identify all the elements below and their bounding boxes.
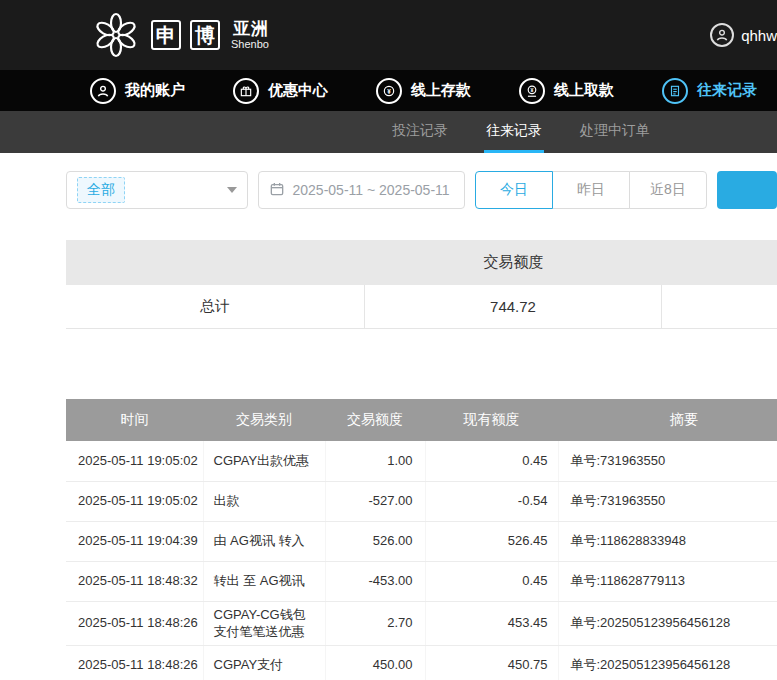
user-account-button[interactable]: qhhw [710,23,777,47]
yesterday-button[interactable]: 昨日 [552,171,630,209]
logo-brand-en: Shenbo [231,38,269,51]
cell-balance: -0.54 [425,481,558,521]
cell-time: 2025-05-11 18:48:26 [66,601,203,645]
records-header-row: 时间 交易类别 交易额度 现有额度 摘要 [66,399,777,441]
table-row: 2025-05-11 19:05:02 CGPAY出款优惠 1.00 0.45 … [66,441,777,481]
nav-item-records[interactable]: 往来记录 [662,78,757,104]
cell-amount: -453.00 [325,561,425,601]
nav-item-my-account[interactable]: 我的账户 [90,78,185,104]
cell-time: 2025-05-11 19:04:39 [66,521,203,561]
svg-text:¥: ¥ [387,87,391,94]
cell-summary: 单号:202505123956456128 [558,601,777,645]
cell-summary: 单号:731963550 [558,441,777,481]
table-row: 2025-05-11 18:48:32 转出 至 AG视讯 -453.00 0.… [66,561,777,601]
nav-item-promotions[interactable]: 优惠中心 [233,78,328,104]
cell-balance: 450.75 [425,645,558,680]
cell-type: CGPAY出款优惠 [203,441,325,481]
brand-logo: 申 博 亚洲 Shenbo [90,9,269,61]
logo-char-bo: 博 [190,20,220,50]
table-row: 2025-05-11 18:48:26 CGPAY支付 450.00 450.7… [66,645,777,680]
top-header: 申 博 亚洲 Shenbo qhhw [0,0,777,70]
summary-total-row: 总计 744.72 [66,285,777,329]
tab-betting-records[interactable]: 投注记录 [390,111,450,153]
withdraw-icon: ¥ [519,78,545,104]
col-header-type: 交易类别 [203,399,325,441]
cell-amount: 526.00 [325,521,425,561]
logo-region: 亚洲 Shenbo [231,19,269,51]
deposit-icon: ¥ [376,78,402,104]
cell-balance: 453.45 [425,601,558,645]
table-row: 2025-05-11 19:05:02 出款 -527.00 -0.54 单号:… [66,481,777,521]
search-button[interactable] [717,171,777,209]
nav-label: 线上存款 [411,81,471,100]
cell-balance: 0.45 [425,561,558,601]
chevron-down-icon [227,187,237,193]
records-subnav: 投注记录 往来记录 处理中订单 [0,111,777,153]
nav-label: 优惠中心 [268,81,328,100]
nav-label: 往来记录 [697,81,757,100]
table-row: 2025-05-11 19:04:39 由 AG视讯 转入 526.00 526… [66,521,777,561]
nav-label: 我的账户 [125,81,185,100]
username-label: qhhw [741,27,777,44]
quick-range-group: 今日 昨日 近8日 [475,171,707,209]
tab-transaction-records[interactable]: 往来记录 [484,111,544,153]
cell-time: 2025-05-11 19:05:02 [66,441,203,481]
type-select-value: 全部 [77,177,125,203]
account-icon [90,78,116,104]
cell-summary: 单号:731963550 [558,481,777,521]
today-button[interactable]: 今日 [475,171,553,209]
main-nav: 我的账户 优惠中心 ¥ 线上存款 ¥ 线上取款 [0,70,777,111]
table-row: 2025-05-11 18:48:26 CGPAY-CG钱包支付笔笔送优惠 2.… [66,601,777,645]
summary-total-value: 744.72 [365,285,662,328]
nav-item-withdraw[interactable]: ¥ 线上取款 [519,78,614,104]
nav-item-deposit[interactable]: ¥ 线上存款 [376,78,471,104]
records-tbody: 2025-05-11 19:05:02 CGPAY出款优惠 1.00 0.45 … [66,441,777,680]
svg-text:¥: ¥ [531,87,534,93]
cell-type: 由 AG视讯 转入 [203,521,325,561]
cell-amount: -527.00 [325,481,425,521]
user-avatar-icon [710,23,734,47]
cell-amount: 450.00 [325,645,425,680]
cell-amount: 2.70 [325,601,425,645]
date-range-input[interactable]: 2025-05-11 ~ 2025-05-11 [258,171,466,209]
cell-amount: 1.00 [325,441,425,481]
col-header-amount: 交易额度 [325,399,425,441]
col-header-time: 时间 [66,399,203,441]
nav-label: 线上取款 [554,81,614,100]
cell-time: 2025-05-11 18:48:32 [66,561,203,601]
summary-header-row: 交易额度 [66,240,777,285]
cell-summary: 单号:118628833948 [558,521,777,561]
summary-total-label: 总计 [66,285,365,328]
cell-summary: 单号:202505123956456128 [558,645,777,680]
calendar-icon [269,181,285,200]
summary-table: 交易额度 总计 744.72 [66,240,777,329]
records-icon [662,78,688,104]
cell-balance: 526.45 [425,521,558,561]
cell-summary: 单号:118628779113 [558,561,777,601]
cell-type: CGPAY-CG钱包支付笔笔送优惠 [203,601,325,645]
cell-time: 2025-05-11 18:48:26 [66,645,203,680]
logo-char-shen: 申 [151,20,181,50]
date-range-value: 2025-05-11 ~ 2025-05-11 [293,182,450,198]
cell-type: 出款 [203,481,325,521]
filter-bar: 全部 2025-05-11 ~ 2025-05-11 今日 昨日 近8日 [0,153,777,209]
cell-type: CGPAY支付 [203,645,325,680]
summary-amount-header: 交易额度 [365,253,662,272]
records-table: 时间 交易类别 交易额度 现有额度 摘要 2025-05-11 19:05:02… [66,399,777,680]
summary-empty-cell [662,285,777,328]
last-8-days-button[interactable]: 近8日 [629,171,707,209]
promo-icon [233,78,259,104]
cell-time: 2025-05-11 19:05:02 [66,481,203,521]
flower-logo-icon [90,9,142,61]
col-header-balance: 现有额度 [425,399,558,441]
cell-type: 转出 至 AG视讯 [203,561,325,601]
logo-region-cn: 亚洲 [233,19,269,39]
col-header-summary: 摘要 [558,399,777,441]
type-select[interactable]: 全部 [66,171,248,209]
cell-balance: 0.45 [425,441,558,481]
tab-processing-orders[interactable]: 处理中订单 [578,111,652,153]
